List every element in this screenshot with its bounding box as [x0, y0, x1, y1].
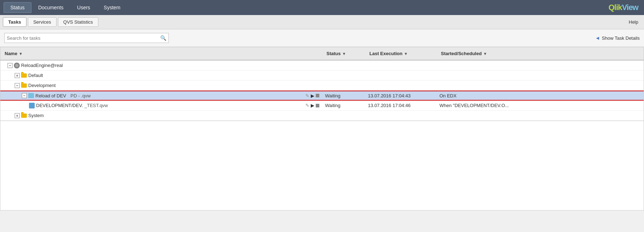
folder-icon	[21, 73, 27, 78]
subtab-tasks[interactable]: Tasks	[3, 17, 26, 27]
scheduled-filter-icon[interactable]: ▼	[483, 52, 487, 56]
row-name-label: ReloadEngine@real	[21, 63, 63, 68]
tab-status[interactable]: Status	[4, 2, 31, 13]
row-status-cell	[322, 114, 365, 117]
table-row[interactable]: + System	[0, 111, 644, 121]
row-scheduled-cell	[437, 84, 537, 87]
row-name-cell: − ReloadEngine@real	[0, 61, 322, 70]
row-lastexec-cell: 13.07.2016 17:04:46	[365, 101, 437, 110]
action-icons: ✎ ▶	[305, 93, 319, 98]
show-task-details-button[interactable]: ◄ Show Task Details	[595, 35, 640, 41]
collapse-button[interactable]: −	[15, 83, 20, 88]
show-task-details-label: Show Task Details	[602, 35, 640, 41]
row-name-cell: + System	[0, 111, 322, 120]
table-row[interactable]: − Reload of DEV PD - .qvw ✎ ▶ Waiting 13…	[0, 91, 644, 101]
tab-documents[interactable]: Documents	[31, 2, 70, 13]
task-icon	[28, 93, 34, 98]
row-scheduled-cell: On EDX	[437, 92, 537, 100]
lastexec-filter-icon[interactable]: ▼	[404, 52, 408, 56]
row-name-cell: − Reload of DEV PD - .qvw ✎ ▶	[0, 92, 322, 100]
col-status-header: Status ▼	[322, 49, 365, 58]
tasks-table: Name ▼ Status ▼ Last Execution ▼ Started…	[0, 47, 644, 121]
row-name-label: Development	[28, 83, 56, 88]
row-name-cell: + Default	[0, 71, 322, 79]
table-row[interactable]: − ReloadEngine@real	[0, 61, 644, 71]
search-input-wrap: 🔍	[4, 33, 169, 43]
row-status-cell	[322, 74, 365, 77]
table-row[interactable]: − Development	[0, 81, 644, 91]
table-header: Name ▼ Status ▼ Last Execution ▼ Started…	[0, 47, 644, 61]
bottom-empty-area	[0, 121, 644, 211]
edit-icon[interactable]: ✎	[305, 103, 309, 108]
col-scheduled-header: Started/Scheduled ▼	[437, 49, 537, 58]
search-bar: 🔍 ◄ Show Task Details	[0, 29, 644, 47]
table-row[interactable]: + Default	[0, 71, 644, 81]
folder-icon	[21, 83, 27, 88]
tab-users[interactable]: Users	[70, 2, 97, 13]
stop-icon[interactable]	[316, 94, 319, 97]
play-icon[interactable]: ▶	[311, 103, 314, 108]
row-lastexec-cell	[365, 64, 437, 67]
row-lastexec-cell	[365, 84, 437, 87]
top-navigation: Status Documents Users System QlikView	[0, 0, 644, 15]
tab-system[interactable]: System	[97, 2, 127, 13]
engine-icon	[14, 63, 20, 68]
collapse-button[interactable]: −	[8, 63, 13, 68]
row-status-cell: Waiting	[322, 101, 365, 110]
expand-button[interactable]: +	[15, 73, 20, 78]
col-name-header: Name ▼	[0, 49, 322, 58]
action-icons: ✎ ▶	[305, 103, 319, 108]
row-name-label: System	[28, 113, 44, 118]
subtab-qvs-statistics[interactable]: QVS Statistics	[58, 17, 98, 27]
row-scheduled-cell	[437, 64, 537, 67]
collapse-button[interactable]: −	[22, 93, 27, 98]
row-scheduled-cell: When "DEVELOPMENT/DEV.O...	[437, 101, 537, 110]
folder-icon	[21, 113, 27, 118]
edit-icon[interactable]: ✎	[305, 93, 309, 98]
status-filter-icon[interactable]: ▼	[342, 52, 346, 56]
row-status-cell: Waiting	[322, 92, 365, 100]
row-scheduled-cell	[437, 74, 537, 77]
arrow-left-icon: ◄	[595, 35, 600, 41]
row-scheduled-cell	[437, 114, 537, 117]
row-lastexec-cell	[365, 114, 437, 117]
row-name-suffix: PD - .qvw	[70, 93, 90, 98]
row-name-suffix: _TEST.qvw	[84, 103, 108, 108]
subtask-icon	[29, 103, 35, 108]
row-name-label: Default	[28, 73, 43, 78]
name-filter-icon[interactable]: ▼	[19, 52, 23, 56]
row-name-cell: − Development	[0, 81, 322, 90]
table-row[interactable]: DEVELOPMENT/DEV. _TEST.qvw ✎ ▶ Waiting 1…	[0, 101, 644, 111]
row-name-cell: DEVELOPMENT/DEV. _TEST.qvw ✎ ▶	[0, 101, 322, 110]
subtab-services[interactable]: Services	[28, 17, 56, 27]
search-icon: 🔍	[160, 35, 166, 41]
row-lastexec-cell	[365, 74, 437, 77]
row-name-label: DEVELOPMENT/DEV.	[36, 103, 83, 108]
row-status-cell	[322, 84, 365, 87]
row-status-cell	[322, 64, 365, 67]
search-input[interactable]	[7, 35, 159, 41]
app-logo: QlikView	[609, 3, 638, 12]
play-icon[interactable]: ▶	[311, 93, 314, 98]
help-link[interactable]: Help	[629, 19, 638, 25]
stop-icon[interactable]	[316, 104, 319, 107]
row-name-label: Reload of DEV	[35, 93, 66, 98]
expand-button[interactable]: +	[15, 113, 20, 118]
col-lastexec-header: Last Execution ▼	[365, 49, 437, 58]
sub-navigation: Tasks Services QVS Statistics Help	[0, 15, 644, 29]
row-lastexec-cell: 13.07.2016 17:04:43	[365, 92, 437, 100]
